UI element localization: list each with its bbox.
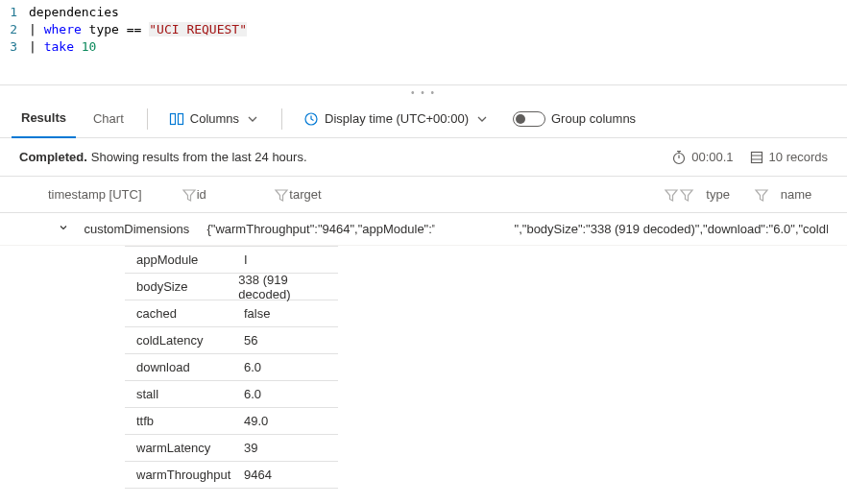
editor-line[interactable]: 1dependencies: [0, 4, 847, 21]
editor-line[interactable]: 3| take 10: [0, 38, 847, 56]
columns-label: Columns: [190, 111, 239, 126]
detail-value: 338 (919 decoded): [238, 273, 338, 301]
detail-value: 56: [244, 333, 257, 348]
detail-value: 6.0: [244, 360, 261, 374]
line-number: 1: [0, 4, 29, 21]
filter-icon[interactable]: [679, 187, 694, 203]
detail-row[interactable]: cachedfalse: [125, 300, 338, 327]
tab-chart[interactable]: Chart: [84, 100, 133, 138]
detail-key: coldLatency: [136, 333, 244, 348]
detail-value: I: [244, 252, 248, 267]
detail-row[interactable]: appModuleI: [125, 247, 338, 274]
status-completed: Completed.: [19, 150, 87, 164]
detail-value: 39: [244, 441, 257, 455]
detail-key: warmLatency: [136, 441, 244, 455]
status-bar: Completed. Showing results from the last…: [0, 138, 847, 177]
query-editor[interactable]: 1dependencies2| where type == "UCI REQUE…: [0, 0, 847, 85]
svg-rect-0: [170, 113, 175, 124]
detail-row[interactable]: stall6.0: [125, 381, 338, 408]
detail-key: cached: [136, 306, 244, 321]
detail-value: 49.0: [244, 414, 268, 428]
detail-key: ttfb: [136, 414, 244, 428]
group-columns-toggle[interactable]: Group columns: [505, 104, 643, 134]
column-header-name[interactable]: name: [754, 187, 828, 203]
custom-dimensions-preview-left: {"warmThroughput":"9464","appModule":"I: [206, 222, 435, 236]
detail-key: stall: [136, 387, 244, 401]
records-icon: [749, 150, 764, 165]
column-header-type[interactable]: type: [679, 187, 753, 203]
display-time-label: Display time (UTC+00:00): [325, 111, 469, 126]
clock-icon: [303, 111, 319, 127]
line-number: 3: [0, 38, 29, 56]
separator: [281, 108, 282, 130]
detail-row[interactable]: warmThroughput9464: [125, 462, 338, 489]
detail-row[interactable]: coldLatency56: [125, 327, 338, 354]
chevron-down-icon: [245, 111, 260, 127]
chevron-down-icon: [474, 111, 490, 127]
filter-icon[interactable]: [182, 187, 197, 203]
elapsed-time: 00:00.1: [671, 150, 733, 165]
svg-rect-1: [178, 113, 182, 124]
group-columns-label: Group columns: [551, 111, 636, 126]
detail-row[interactable]: ttfb49.0: [125, 408, 338, 435]
collapse-chevron[interactable]: [58, 222, 84, 236]
custom-dimensions-preview-right: ","bodySize":"338 (919 decoded)","downlo…: [515, 222, 828, 236]
record-count: 10 records: [749, 150, 828, 165]
code-content[interactable]: dependencies: [29, 4, 119, 21]
svg-rect-4: [751, 152, 762, 162]
detail-key: download: [136, 360, 244, 374]
custom-dimensions-label: customDimensions: [84, 222, 206, 236]
detail-row[interactable]: download6.0: [125, 354, 338, 381]
toggle-switch[interactable]: [513, 111, 545, 127]
resize-handle[interactable]: • • •: [0, 85, 847, 100]
code-content[interactable]: | take 10: [29, 38, 96, 56]
detail-key: bodySize: [136, 279, 238, 294]
columns-icon: [169, 111, 184, 127]
detail-row[interactable]: bodySize338 (919 decoded): [125, 274, 338, 300]
editor-line[interactable]: 2| where type == "UCI REQUEST": [0, 21, 847, 38]
detail-key: appModule: [136, 252, 244, 267]
custom-dimensions-row: customDimensions {"warmThroughput":"9464…: [0, 213, 847, 246]
column-header-timestamp[interactable]: timestamp [UTC]: [48, 187, 197, 203]
detail-value: false: [244, 306, 270, 321]
results-toolbar: Results Chart Columns Display time (UTC+…: [0, 100, 847, 138]
custom-dimensions-details: appModuleIbodySize338 (919 decoded)cache…: [125, 246, 338, 489]
code-content[interactable]: | where type == "UCI REQUEST": [29, 21, 247, 38]
separator: [147, 108, 148, 130]
detail-row[interactable]: warmLatency39: [125, 435, 338, 462]
display-time-button[interactable]: Display time (UTC+00:00): [296, 104, 497, 134]
stopwatch-icon: [671, 150, 687, 165]
detail-value: 9464: [244, 468, 272, 482]
detail-key: warmThroughput: [136, 468, 244, 482]
filter-icon[interactable]: [664, 187, 679, 203]
column-header-id[interactable]: id: [197, 187, 290, 203]
tab-results[interactable]: Results: [12, 100, 76, 138]
grid-header: timestamp [UTC] id target type name: [0, 177, 847, 213]
filter-icon[interactable]: [274, 187, 289, 203]
filter-icon[interactable]: [754, 187, 769, 203]
columns-button[interactable]: Columns: [161, 104, 268, 134]
column-header-target[interactable]: target: [289, 187, 679, 203]
status-showing: Showing results from the last 24 hours.: [91, 150, 307, 164]
line-number: 2: [0, 21, 29, 38]
detail-value: 6.0: [244, 387, 261, 401]
